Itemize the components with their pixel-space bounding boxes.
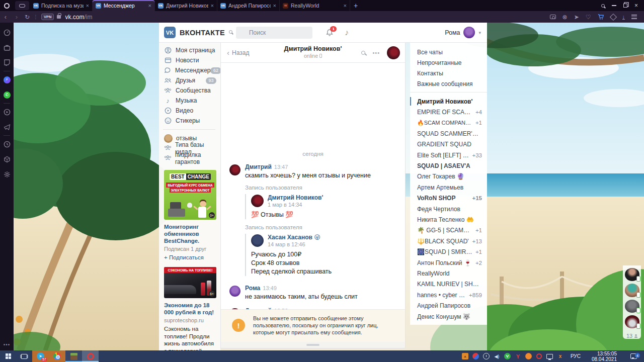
downloads-icon[interactable]: ↓ bbox=[622, 14, 625, 20]
shopping-cart-icon[interactable] bbox=[598, 14, 604, 20]
sidebar-item-profile[interactable]: Моя страница bbox=[164, 45, 220, 55]
tray-clock-icon[interactable] bbox=[483, 353, 490, 359]
avast-icon[interactable]: x bbox=[557, 353, 564, 359]
vk-logo-text[interactable]: ВКОНТАКТЕ bbox=[180, 29, 225, 37]
sidebar-item-friends[interactable]: Друзья 93 bbox=[164, 75, 220, 85]
taskbar-chrome[interactable] bbox=[49, 350, 65, 362]
forward-button[interactable]: › bbox=[11, 13, 22, 21]
taskbar-minecraft[interactable] bbox=[65, 350, 82, 362]
sidebar-item-messenger[interactable]: Мессенджер 62 bbox=[164, 65, 220, 75]
tab-music-subscription[interactable]: VK Подписка на музыку × bbox=[30, 0, 93, 11]
tray-opera-icon[interactable] bbox=[536, 353, 542, 359]
chat-list-item[interactable]: 🌴 GG-5 | SCAMMERS a…+1 bbox=[410, 225, 487, 236]
tab-close-icon[interactable]: × bbox=[211, 3, 214, 9]
search-tabs-icon[interactable] bbox=[601, 4, 605, 8]
ad-banner-image[interactable]: СЭКОНОМЬ НА ТОПЛИВЕ! 6+ bbox=[164, 267, 216, 298]
ad-subscribe-button[interactable]: + Подписаться bbox=[164, 254, 216, 260]
ad-bestchange[interactable]: BESTCHANGE ВЫГОДНЫЙ КУРС ОБМЕНАЭЛЕКТРОНН… bbox=[164, 170, 216, 260]
chat-list-item[interactable]: Андрей Папиросов bbox=[410, 300, 487, 311]
avatar[interactable] bbox=[229, 286, 240, 297]
chat-message-area[interactable]: сегодня Дмитрий13:47 скамить хочешь? у м… bbox=[221, 63, 405, 309]
chat-list-item[interactable]: 🔱BLACK SQUAD'+13 bbox=[410, 236, 487, 246]
history-clock-icon[interactable] bbox=[3, 140, 11, 148]
taskbar-opera[interactable] bbox=[82, 350, 99, 362]
chat-list-item[interactable]: 🎆SQUAD | SMIRNOVA…+1 bbox=[410, 246, 487, 257]
network-icon[interactable] bbox=[546, 354, 553, 359]
ad-title[interactable]: Экономия до 18 000 рублей в год! bbox=[164, 302, 216, 316]
online-friend-avatar[interactable] bbox=[625, 268, 639, 281]
wall-post-attachment[interactable]: Запись пользователя Хасан Хасанов 😜 14 м… bbox=[245, 224, 397, 276]
online-friend-avatar[interactable] bbox=[625, 300, 639, 313]
url-field[interactable]: vk.com/im bbox=[65, 14, 92, 21]
easy-setup-icon[interactable] bbox=[631, 14, 637, 20]
task-view-button[interactable] bbox=[16, 350, 32, 362]
back-button[interactable]: ‹ bbox=[0, 13, 11, 21]
tab-close-icon[interactable]: × bbox=[344, 3, 347, 9]
post-author[interactable]: Дмитрий Новиков' bbox=[268, 194, 323, 201]
blocker-icon[interactable]: ⊗ bbox=[562, 14, 568, 20]
language-indicator[interactable]: РУС bbox=[568, 353, 584, 359]
filter-contacts[interactable]: Контакты bbox=[410, 68, 487, 78]
ad-banner-image[interactable]: BESTCHANGE ВЫГОДНЫЙ КУРС ОБМЕНАЭЛЕКТРОНН… bbox=[164, 170, 216, 220]
bookmark-heart-icon[interactable]: ♡ bbox=[586, 14, 591, 20]
chat-peer-avatar[interactable] bbox=[387, 46, 400, 59]
sidebar-item-communities[interactable]: Сообщества bbox=[164, 85, 220, 96]
gx-corner-icon[interactable] bbox=[15, 1, 29, 10]
tray-utility-icon[interactable]: ▲ bbox=[462, 353, 468, 359]
vk-search-input[interactable] bbox=[236, 27, 312, 39]
avatar[interactable] bbox=[229, 164, 240, 175]
twitch-icon[interactable] bbox=[3, 59, 11, 66]
lock-icon[interactable] bbox=[57, 15, 61, 19]
chat-list-item[interactable]: Олег Токарев 🔮 bbox=[410, 171, 487, 182]
chat-list-item[interactable]: Федя Чертилов bbox=[410, 204, 487, 214]
filter-important[interactable]: Важные сообщения bbox=[410, 78, 487, 89]
tab-reallyworld[interactable]: W ReallyWorld × bbox=[280, 0, 350, 11]
ad-title[interactable]: Мониторинг обменников BestChange. bbox=[164, 223, 216, 244]
chat-list-item[interactable]: Дмитрий Новиков' bbox=[410, 96, 487, 107]
chat-menu-icon[interactable]: ••• bbox=[372, 50, 380, 56]
telegram-sidebar-icon[interactable] bbox=[3, 123, 11, 131]
ad-domain[interactable]: suprotecshop.ru bbox=[164, 317, 216, 323]
online-friends-count[interactable]: 13 bbox=[626, 333, 637, 339]
new-tab-button[interactable]: + bbox=[350, 0, 361, 11]
vk-logo-icon[interactable]: VK bbox=[164, 27, 176, 38]
settings-gear-icon[interactable] bbox=[3, 170, 11, 178]
snapshot-camera-icon[interactable] bbox=[550, 15, 556, 19]
tab-close-icon[interactable]: × bbox=[148, 3, 151, 9]
chat-list-item[interactable]: KAMIL NURIEV | SHOP bbox=[410, 279, 487, 290]
tab-andrey-papirosov[interactable]: VK Андрей Папиросов × bbox=[217, 0, 280, 11]
chat-list-item[interactable]: Денис Конушум 🐺 bbox=[410, 311, 487, 322]
tab-close-icon[interactable]: × bbox=[273, 3, 276, 9]
tray-sphere-icon[interactable] bbox=[472, 353, 479, 359]
notifications-bell-icon[interactable]: 1 bbox=[326, 29, 334, 37]
chat-list-item[interactable]: Артем Артемьев bbox=[410, 182, 487, 193]
tray-v-icon[interactable]: V bbox=[504, 353, 511, 359]
yandex-browser-icon[interactable]: Y bbox=[515, 353, 521, 359]
speed-dial-icon[interactable] bbox=[3, 29, 11, 36]
taskbar-clock[interactable]: 13:55:05 08.04.2021 bbox=[588, 351, 621, 362]
window-close-button[interactable]: × bbox=[634, 2, 638, 9]
chat-list-item[interactable]: Elite Soft [ELFT] - Chat+33 bbox=[410, 150, 487, 160]
chat-list-item[interactable]: Антон Польский 🍷+2 bbox=[410, 257, 487, 268]
header-user-menu[interactable]: Рома ▾ bbox=[445, 27, 487, 38]
volume-icon[interactable]: ◀) bbox=[494, 353, 500, 359]
avatar[interactable] bbox=[251, 195, 264, 207]
chat-list-item[interactable]: EMPIRE OF SCAMERS A…+4 bbox=[410, 107, 487, 117]
message-author[interactable]: Дмитрий bbox=[245, 163, 272, 170]
workspace-briefcase-icon[interactable] bbox=[3, 44, 11, 51]
online-friend-avatar[interactable] bbox=[625, 315, 639, 328]
tab-close-icon[interactable]: × bbox=[86, 3, 89, 9]
message-author[interactable]: Дмитрий bbox=[245, 307, 272, 309]
chat-list-item[interactable]: SQUAD SCAMMER'S AND G… bbox=[410, 128, 487, 139]
taskbar-telegram[interactable]: ➤ 57 bbox=[32, 350, 49, 362]
back-button[interactable]: ‹Назад bbox=[227, 48, 249, 57]
music-icon[interactable]: ♪ bbox=[345, 28, 349, 37]
chat-list-item[interactable]: SQUAD | ASAEV'A bbox=[410, 160, 487, 171]
extensions-box-icon[interactable] bbox=[3, 155, 11, 163]
action-center-button[interactable]: 4 bbox=[625, 353, 642, 359]
scrollbar[interactable] bbox=[221, 342, 405, 348]
chat-list-item[interactable]: VoRoN SHOP+15 bbox=[410, 193, 487, 204]
post-author[interactable]: Хасан Хасанов 😜 bbox=[268, 234, 320, 241]
sidebar-item-news[interactable]: Новости bbox=[164, 55, 220, 65]
tab-messenger[interactable]: VK Мессенджер × bbox=[93, 0, 155, 11]
